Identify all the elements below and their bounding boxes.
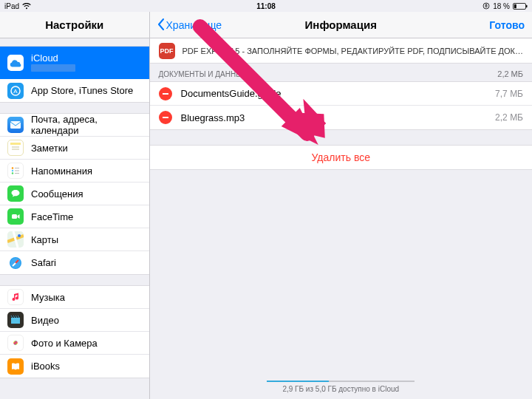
music-label: Музыка bbox=[31, 292, 65, 303]
settings-group-account: iCloud A App Store, iTunes Store bbox=[0, 46, 149, 103]
video-label: Видео bbox=[31, 315, 59, 326]
sidebar-item-photos[interactable]: Фото и Камера bbox=[0, 332, 149, 355]
file-size: 2,2 МБ bbox=[495, 112, 523, 123]
svg-rect-2 bbox=[514, 4, 516, 7]
file-row[interactable]: DocumentsGuide.guide 7,7 МБ bbox=[150, 82, 532, 106]
sidebar-item-reminders[interactable]: Напоминания bbox=[0, 160, 149, 183]
sidebar-item-safari[interactable]: Safari bbox=[0, 251, 149, 274]
appstore-icon: A bbox=[7, 83, 24, 99]
icloud-label: iCloud bbox=[31, 52, 75, 64]
back-label: Хранилище bbox=[166, 19, 222, 31]
wifi-icon bbox=[22, 3, 31, 10]
maps-label: Карты bbox=[31, 234, 58, 245]
svg-point-10 bbox=[12, 167, 13, 168]
sidebar-item-notes[interactable]: Заметки bbox=[0, 137, 149, 160]
storage-bar-fill bbox=[267, 381, 329, 382]
pdf-expert-icon: PDF bbox=[159, 43, 175, 59]
maps-icon bbox=[7, 231, 24, 248]
sidebar-item-video[interactable]: Видео bbox=[0, 309, 149, 332]
sidebar-item-music[interactable]: Музыка bbox=[0, 286, 149, 309]
settings-list[interactable]: iCloud A App Store, iTunes Store Поч bbox=[0, 38, 149, 399]
app-header-row: PDF PDF EXPERT 5 - ЗАПОЛНЯЙТЕ ФОРМЫ, РЕД… bbox=[150, 38, 532, 64]
settings-group-apps1: Почта, адреса, календари Заметки Напомин… bbox=[0, 113, 149, 275]
section-header-documents: ДОКУМЕНТЫ И ДАННЫЕ 2,2 МБ bbox=[150, 64, 532, 81]
svg-rect-7 bbox=[10, 143, 21, 145]
reminders-label: Напоминания bbox=[31, 166, 92, 177]
right-title: Информация bbox=[305, 18, 377, 31]
sidebar-item-icloud[interactable]: iCloud bbox=[0, 47, 149, 79]
storage-footer: 2,9 ГБ из 5,0 ГБ доступно в iCloud bbox=[150, 374, 532, 399]
facetime-label: FaceTime bbox=[31, 211, 73, 222]
battery-icon bbox=[513, 3, 528, 10]
safari-label: Safari bbox=[31, 257, 56, 268]
file-size: 7,7 МБ bbox=[495, 89, 523, 99]
delete-all-button[interactable]: Удалить все bbox=[150, 145, 532, 170]
appstore-label: App Store, iTunes Store bbox=[31, 85, 133, 96]
mail-label: Почта, адреса, календари bbox=[31, 114, 142, 136]
facetime-icon bbox=[7, 208, 24, 225]
delete-file-icon[interactable] bbox=[159, 87, 172, 100]
svg-rect-16 bbox=[12, 214, 17, 219]
svg-point-18 bbox=[18, 234, 21, 237]
sidebar-item-ibooks[interactable]: iBooks bbox=[0, 355, 149, 378]
settings-group-apps2: Музыка Видео Фото и Камера bbox=[0, 285, 149, 378]
storage-bar bbox=[267, 381, 415, 382]
video-icon bbox=[7, 312, 24, 328]
orientation-lock-icon bbox=[482, 2, 490, 10]
storage-footer-label: 2,9 ГБ из 5,0 ГБ доступно в iCloud bbox=[282, 385, 399, 393]
battery-percent: 18 % bbox=[493, 2, 510, 10]
mail-icon bbox=[7, 117, 24, 133]
icloud-account bbox=[31, 64, 75, 73]
icloud-icon bbox=[7, 55, 24, 71]
messages-icon bbox=[7, 185, 24, 202]
section-total-size: 2,2 МБ bbox=[497, 69, 523, 78]
svg-rect-21 bbox=[11, 318, 20, 324]
clock: 11:08 bbox=[256, 2, 276, 10]
sidebar-item-messages[interactable]: Сообщения bbox=[0, 183, 149, 205]
app-name: PDF EXPERT 5 - ЗАПОЛНЯЙТЕ ФОРМЫ, РЕДАКТИ… bbox=[183, 47, 523, 55]
safari-icon bbox=[7, 255, 24, 271]
svg-point-0 bbox=[483, 3, 489, 9]
svg-rect-6 bbox=[10, 121, 21, 129]
settings-sidebar: Настройки iCloud A App Store, bbox=[0, 12, 150, 399]
section-header-label: ДОКУМЕНТЫ И ДАННЫЕ bbox=[159, 70, 248, 78]
sidebar-item-maps[interactable]: Карты bbox=[0, 228, 149, 251]
done-button[interactable]: Готово bbox=[482, 12, 532, 38]
svg-rect-3 bbox=[526, 4, 528, 7]
statusbar: iPad 11:08 18 % bbox=[0, 0, 532, 12]
music-icon bbox=[7, 289, 24, 305]
file-list: DocumentsGuide.guide 7,7 МБ Bluegrass.mp… bbox=[150, 81, 532, 130]
device-label: iPad bbox=[4, 2, 19, 10]
sidebar-item-appstore[interactable]: A App Store, iTunes Store bbox=[0, 79, 149, 102]
svg-point-11 bbox=[12, 170, 13, 171]
right-navbar: Хранилище Информация Готово bbox=[150, 12, 532, 38]
ibooks-label: iBooks bbox=[31, 361, 60, 372]
done-label: Готово bbox=[489, 19, 525, 31]
reminders-icon bbox=[7, 163, 24, 179]
notes-label: Заметки bbox=[31, 143, 68, 154]
chevron-left-icon bbox=[157, 18, 165, 33]
back-button[interactable]: Хранилище bbox=[150, 12, 230, 38]
photos-icon bbox=[7, 335, 24, 351]
notes-icon bbox=[7, 140, 24, 156]
ibooks-icon bbox=[7, 358, 24, 375]
messages-label: Сообщения bbox=[31, 188, 83, 200]
delete-all-label: Удалить все bbox=[312, 151, 370, 163]
file-name: DocumentsGuide.guide bbox=[181, 88, 496, 99]
file-row[interactable]: Bluegrass.mp3 2,2 МБ bbox=[150, 106, 532, 129]
detail-panel: Хранилище Информация Готово PDF PDF EXPE… bbox=[150, 12, 532, 399]
file-name: Bluegrass.mp3 bbox=[181, 112, 496, 123]
sidebar-item-mail[interactable]: Почта, адреса, календари bbox=[0, 114, 149, 137]
delete-file-icon[interactable] bbox=[159, 111, 172, 124]
sidebar-item-facetime[interactable]: FaceTime bbox=[0, 205, 149, 228]
photos-label: Фото и Камера bbox=[31, 338, 98, 349]
left-navbar: Настройки bbox=[0, 12, 149, 38]
svg-text:A: A bbox=[13, 88, 18, 95]
svg-point-12 bbox=[12, 172, 13, 174]
left-title: Настройки bbox=[45, 18, 103, 31]
